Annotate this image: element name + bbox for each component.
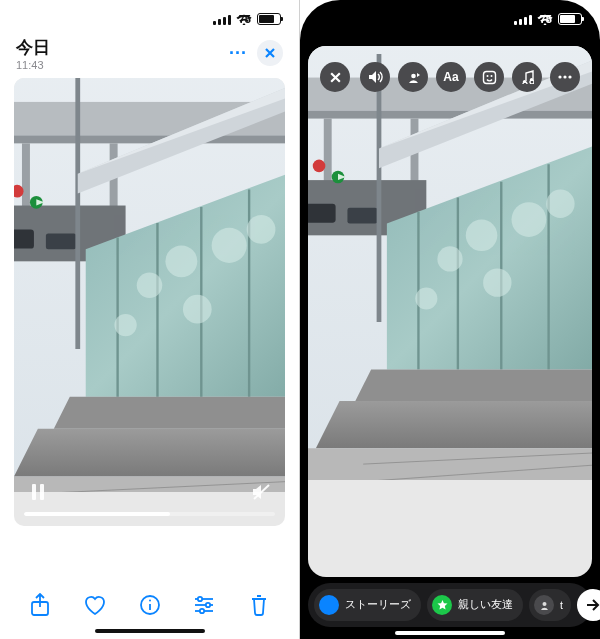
photos-header: 今日 11:43 ··· xyxy=(0,30,299,77)
adjust-button[interactable] xyxy=(188,589,220,621)
home-indicator[interactable] xyxy=(395,631,505,635)
chip-label: 親しい友達 xyxy=(458,598,513,612)
editor-toolbar: Aa xyxy=(360,62,580,92)
story-canvas[interactable] xyxy=(308,46,592,577)
additional-audience-chip[interactable]: t xyxy=(529,589,571,621)
svg-rect-31 xyxy=(223,17,226,25)
svg-point-54 xyxy=(522,80,525,83)
svg-point-53 xyxy=(490,75,492,77)
share-bar: ストーリーズ 親しい友達 t xyxy=(308,583,592,627)
svg-point-50 xyxy=(411,73,416,78)
status-bar: 75 xyxy=(300,0,600,32)
home-indicator[interactable] xyxy=(95,629,205,633)
your-story-chip[interactable]: ストーリーズ xyxy=(314,589,421,621)
favorite-button[interactable] xyxy=(79,589,111,621)
progress-bar[interactable] xyxy=(24,512,275,516)
svg-point-41 xyxy=(198,597,202,601)
music-tool[interactable] xyxy=(512,62,542,92)
svg-rect-48 xyxy=(524,17,527,25)
svg-rect-29 xyxy=(213,21,216,25)
status-bar: 75 xyxy=(0,0,299,32)
send-button[interactable] xyxy=(577,589,600,621)
share-button[interactable] xyxy=(24,589,56,621)
more-tool[interactable] xyxy=(550,62,580,92)
svg-rect-34 xyxy=(40,484,44,500)
svg-point-55 xyxy=(529,78,532,81)
svg-point-43 xyxy=(206,603,210,607)
mention-tool[interactable] xyxy=(398,62,428,92)
info-button[interactable] xyxy=(134,589,166,621)
svg-point-45 xyxy=(200,609,204,613)
story-editor-screen: 75 Aa ストーリーズ xyxy=(300,0,600,639)
battery-indicator: 75 xyxy=(558,13,582,25)
media-viewport[interactable] xyxy=(14,78,285,526)
svg-rect-49 xyxy=(529,15,532,25)
svg-rect-46 xyxy=(514,21,517,25)
more-button[interactable]: ··· xyxy=(229,43,247,64)
svg-point-56 xyxy=(558,75,561,78)
chip-label: t xyxy=(560,599,563,611)
battery-indicator: 75 xyxy=(257,13,281,25)
svg-rect-32 xyxy=(228,15,231,25)
svg-rect-51 xyxy=(483,71,495,83)
svg-point-39 xyxy=(149,600,151,602)
text-tool[interactable]: Aa xyxy=(436,62,466,92)
svg-rect-47 xyxy=(519,19,522,25)
svg-point-57 xyxy=(563,75,566,78)
chip-label: ストーリーズ xyxy=(345,598,411,612)
photos-app-screen: 75 今日 11:43 ··· xyxy=(0,0,300,639)
svg-rect-33 xyxy=(32,484,36,500)
svg-point-59 xyxy=(542,602,546,606)
close-button[interactable] xyxy=(320,62,350,92)
close-button[interactable] xyxy=(257,40,283,66)
svg-point-52 xyxy=(486,75,488,77)
sticker-tool[interactable] xyxy=(474,62,504,92)
svg-rect-30 xyxy=(218,19,221,25)
svg-point-58 xyxy=(568,75,571,78)
audio-tool[interactable] xyxy=(360,62,390,92)
bottom-toolbar xyxy=(0,589,299,621)
pause-button[interactable] xyxy=(24,478,52,506)
header-title: 今日 xyxy=(16,36,50,59)
close-friends-chip[interactable]: 親しい友達 xyxy=(427,589,523,621)
header-timestamp: 11:43 xyxy=(16,59,50,71)
mute-button[interactable] xyxy=(247,478,275,506)
delete-button[interactable] xyxy=(243,589,275,621)
